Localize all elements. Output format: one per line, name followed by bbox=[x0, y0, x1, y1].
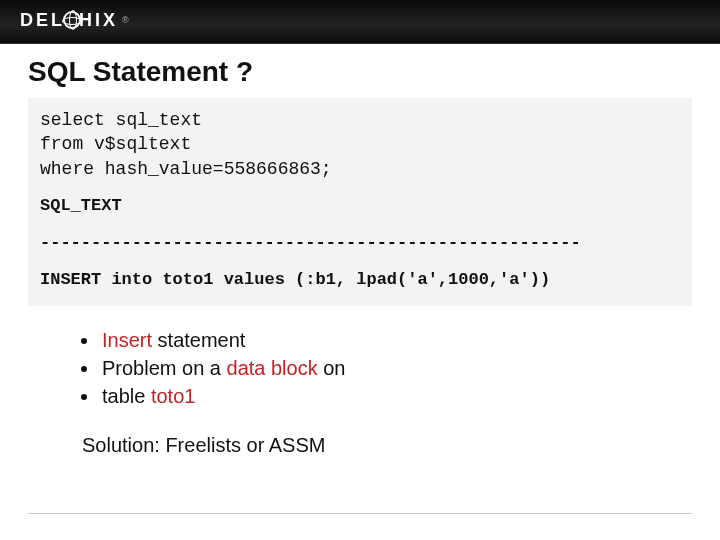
slide-content: SQL Statement ? select sql_text from v$s… bbox=[0, 44, 720, 457]
emphasis: data block bbox=[227, 357, 318, 379]
code-line: where hash_value=558666863; bbox=[40, 157, 680, 181]
text: table bbox=[102, 385, 151, 407]
emphasis: toto1 bbox=[151, 385, 195, 407]
footer-divider bbox=[28, 513, 692, 514]
result-separator: ----------------------------------------… bbox=[40, 232, 680, 255]
bullet-list: Insert statement Problem on a data block… bbox=[82, 326, 692, 410]
header-bar: DEL HIX ® bbox=[0, 0, 720, 44]
text: on bbox=[318, 357, 346, 379]
list-item: Problem on a data block on bbox=[100, 354, 692, 382]
text: Problem on a bbox=[102, 357, 227, 379]
logo: DEL HIX ® bbox=[20, 8, 129, 32]
logo-registered: ® bbox=[122, 15, 129, 25]
result-line: INSERT into toto1 values (:b1, lpad('a',… bbox=[40, 269, 680, 292]
list-item: Insert statement bbox=[100, 326, 692, 354]
logo-globe-icon bbox=[63, 11, 81, 29]
code-line: from v$sqltext bbox=[40, 132, 680, 156]
result-header: SQL_TEXT bbox=[40, 195, 680, 218]
logo-text-pre: DEL bbox=[20, 10, 65, 31]
sql-code-block: select sql_text from v$sqltext where has… bbox=[28, 98, 692, 306]
slide-title: SQL Statement ? bbox=[28, 56, 692, 88]
text: statement bbox=[152, 329, 245, 351]
list-item: table toto1 bbox=[100, 382, 692, 410]
solution-text: Solution: Freelists or ASSM bbox=[82, 434, 692, 457]
logo-text-post: HIX bbox=[79, 10, 118, 31]
code-line: select sql_text bbox=[40, 108, 680, 132]
emphasis: Insert bbox=[102, 329, 152, 351]
